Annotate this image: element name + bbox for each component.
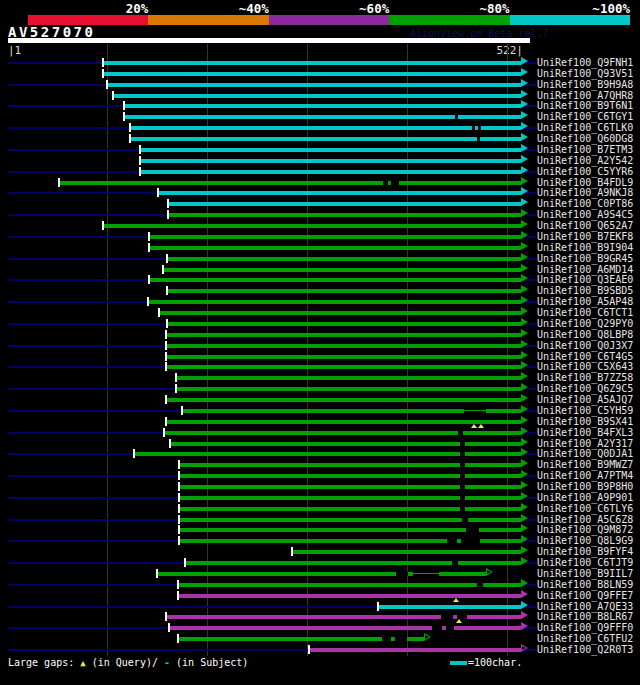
- alignment-row[interactable]: UniRef100_B9SBD5: [0, 285, 640, 296]
- hsp-bar[interactable]: [59, 181, 521, 185]
- subject-accession-label[interactable]: UniRef100_Q0J3X7: [537, 340, 633, 351]
- alignment-row[interactable]: UniRef100_B9IIL7: [0, 568, 640, 579]
- subject-accession-label[interactable]: UniRef100_C5YH59: [537, 405, 633, 416]
- subject-accession-label[interactable]: UniRef100_A9NKJ8: [537, 187, 633, 198]
- hsp-bar[interactable]: [124, 104, 521, 108]
- alignment-row[interactable]: UniRef100_B9I904: [0, 242, 640, 253]
- subject-accession-label[interactable]: UniRef100_Q652A7: [537, 220, 633, 231]
- alignment-row[interactable]: UniRef100_A2Y542: [0, 155, 640, 166]
- hsp-bar[interactable]: [166, 355, 521, 359]
- hsp-bar[interactable]: [179, 507, 521, 511]
- alignment-row[interactable]: UniRef100_B9P8H0: [0, 481, 640, 492]
- subject-accession-label[interactable]: UniRef100_B9IIL7: [537, 568, 633, 579]
- alignment-row[interactable]: UniRef100_B9H9A8: [0, 79, 640, 90]
- hsp-bar[interactable]: [107, 83, 521, 87]
- alignment-row[interactable]: UniRef100_B7ZZ58: [0, 372, 640, 383]
- alignment-row[interactable]: UniRef100_A9S4C5: [0, 209, 640, 220]
- subject-accession-label[interactable]: UniRef100_C5YYR6: [537, 166, 633, 177]
- alignment-row[interactable]: UniRef100_B9MWZ7: [0, 459, 640, 470]
- subject-accession-label[interactable]: UniRef100_C6T4G5: [537, 351, 633, 362]
- hsp-bar[interactable]: [167, 289, 521, 293]
- alignment-row[interactable]: UniRef100_B7EKF8: [0, 231, 640, 242]
- subject-accession-label[interactable]: UniRef100_B9P8H0: [537, 481, 633, 492]
- alignment-row[interactable]: UniRef100_A7PTM4: [0, 470, 640, 481]
- hsp-bar[interactable]: [178, 583, 521, 587]
- alignment-row[interactable]: UniRef100_A9NKJ8: [0, 187, 640, 198]
- hsp-bar[interactable]: [179, 496, 521, 500]
- alignment-row[interactable]: UniRef100_A5C6Z8: [0, 514, 640, 525]
- hsp-bar[interactable]: [179, 474, 521, 478]
- hsp-bar[interactable]: [168, 202, 521, 206]
- alignment-row[interactable]: UniRef100_A7QE33: [0, 601, 640, 612]
- subject-accession-label[interactable]: UniRef100_Q60DG8: [537, 133, 633, 144]
- hsp-bar[interactable]: [148, 300, 521, 304]
- subject-accession-label[interactable]: UniRef100_Q9FNH1: [537, 57, 633, 68]
- hsp-bar[interactable]: [170, 442, 521, 446]
- hsp-bar[interactable]: [140, 170, 521, 174]
- subject-accession-label[interactable]: UniRef100_B9SBD5: [537, 285, 633, 296]
- subject-accession-label[interactable]: UniRef100_Q3EAE0: [537, 274, 633, 285]
- subject-accession-label[interactable]: UniRef100_A7QE33: [537, 601, 633, 612]
- hsp-bar[interactable]: [179, 528, 521, 532]
- alignment-row[interactable]: UniRef100_A9P901: [0, 492, 640, 503]
- alignment-row[interactable]: UniRef100_Q9FNH1: [0, 57, 640, 68]
- hsp-bar[interactable]: [166, 420, 521, 424]
- subject-accession-label[interactable]: UniRef100_Q9FFE7: [537, 590, 633, 601]
- alignment-row[interactable]: UniRef100_B7ETM3: [0, 144, 640, 155]
- hsp-bar[interactable]: [166, 344, 521, 348]
- alignment-row[interactable]: UniRef100_B4FXL3: [0, 427, 640, 438]
- alignment-row[interactable]: UniRef100_B8LN59: [0, 579, 640, 590]
- hsp-bar[interactable]: [149, 278, 521, 282]
- alignment-row[interactable]: UniRef100_A5AJQ7: [0, 394, 640, 405]
- hsp-bar[interactable]: [166, 333, 521, 337]
- hsp-bar[interactable]: [292, 550, 521, 554]
- subject-accession-label[interactable]: UniRef100_Q0DJA1: [537, 448, 633, 459]
- alignment-row[interactable]: UniRef100_Q2R0T3: [0, 644, 640, 655]
- subject-accession-label[interactable]: UniRef100_C6TLY6: [537, 503, 633, 514]
- hsp-bar[interactable]: [149, 246, 521, 250]
- hsp-bar[interactable]: [140, 159, 521, 163]
- hsp-bar[interactable]: [103, 72, 521, 76]
- subject-accession-label[interactable]: UniRef100_C6TJT9: [537, 557, 633, 568]
- subject-accession-label[interactable]: UniRef100_B9I904: [537, 242, 633, 253]
- hsp-bar[interactable]: [168, 213, 521, 217]
- subject-accession-label[interactable]: UniRef100_A2Y542: [537, 155, 633, 166]
- hsp-bar[interactable]: [178, 594, 521, 598]
- subject-accession-label[interactable]: UniRef100_Q2R0T3: [537, 644, 633, 655]
- subject-accession-label[interactable]: UniRef100_B9MWZ7: [537, 459, 633, 470]
- subject-accession-label[interactable]: UniRef100_A5C6Z8: [537, 514, 633, 525]
- subject-accession-label[interactable]: UniRef100_Q8LBP8: [537, 329, 633, 340]
- subject-accession-label[interactable]: UniRef100_C5X643: [537, 361, 633, 372]
- hsp-bar[interactable]: [166, 398, 521, 402]
- alignment-row[interactable]: UniRef100_C6TCT1: [0, 307, 640, 318]
- hsp-bar[interactable]: [309, 648, 521, 652]
- subject-accession-label[interactable]: UniRef100_Q9M872: [537, 524, 633, 535]
- hsp-bar[interactable]: [179, 485, 521, 489]
- hsp-bar[interactable]: [163, 268, 521, 272]
- subject-accession-label[interactable]: UniRef100_C6TGY1: [537, 111, 633, 122]
- alignment-row[interactable]: UniRef100_C6TGY1: [0, 111, 640, 122]
- alignment-row[interactable]: UniRef100_Q0DJA1: [0, 448, 640, 459]
- alignment-row[interactable]: UniRef100_B9T6N1: [0, 100, 640, 111]
- hsp-bar[interactable]: [176, 376, 521, 380]
- hsp-bar[interactable]: [179, 518, 521, 522]
- alignment-row[interactable]: UniRef100_C6TJT9: [0, 557, 640, 568]
- alignment-row[interactable]: UniRef100_C5X643: [0, 361, 640, 372]
- hsp-bar[interactable]: [158, 191, 521, 195]
- subject-accession-label[interactable]: UniRef100_B9SX41: [537, 416, 633, 427]
- hsp-bar[interactable]: [103, 224, 521, 228]
- subject-accession-label[interactable]: UniRef100_Q8L9G9: [537, 535, 633, 546]
- alignment-row[interactable]: UniRef100_A7QHR8: [0, 90, 640, 101]
- hsp-bar[interactable]: [124, 115, 521, 119]
- alignment-row[interactable]: UniRef100_C0PT86: [0, 198, 640, 209]
- subject-accession-label[interactable]: UniRef100_A7PTM4: [537, 470, 633, 481]
- subject-accession-label[interactable]: UniRef100_Q6Z9C5: [537, 383, 633, 394]
- alignment-row[interactable]: UniRef100_Q9FFE7: [0, 590, 640, 601]
- alignment-row[interactable]: UniRef100_Q3EAE0: [0, 274, 640, 285]
- alignment-row[interactable]: UniRef100_C6T4G5: [0, 351, 640, 362]
- hsp-bar[interactable]: [169, 626, 521, 630]
- subject-accession-label[interactable]: UniRef100_Q93V51: [537, 68, 633, 79]
- hsp-bar[interactable]: [166, 365, 521, 369]
- subject-accession-label[interactable]: UniRef100_B9H9A8: [537, 79, 633, 90]
- alignment-row[interactable]: UniRef100_Q6Z9C5: [0, 383, 640, 394]
